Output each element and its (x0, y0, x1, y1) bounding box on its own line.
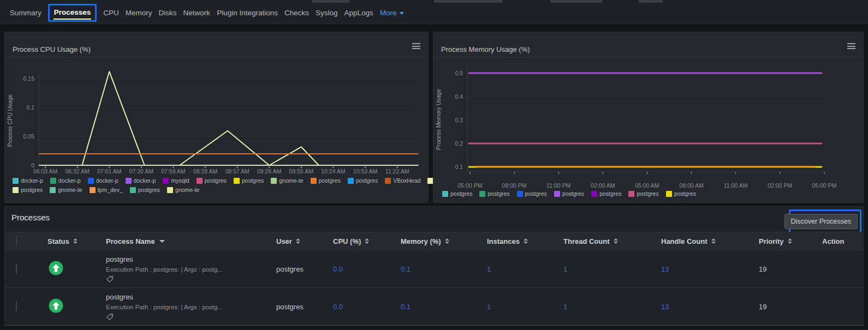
instances-value[interactable]: 1 (487, 303, 563, 311)
column-header-instances[interactable]: Instances (487, 237, 563, 245)
legend-item[interactable]: gnome-te (167, 187, 199, 193)
column-header-memory[interactable]: Memory (%) (401, 237, 487, 245)
legend-label: tpm_dev_ (98, 187, 123, 193)
legend-label: postgres (319, 177, 341, 184)
column-header-cpu[interactable]: CPU (%) (333, 237, 401, 245)
tag-icon[interactable] (106, 313, 114, 321)
handle-count-value[interactable]: 13 (661, 303, 759, 311)
row-checkbox[interactable] (16, 301, 17, 311)
legend-item[interactable]: gnome-te (271, 177, 303, 184)
tab-syslog[interactable]: Syslog (316, 9, 338, 17)
tab-processes[interactable]: Processes (48, 4, 97, 22)
thread-count-value[interactable]: 1 (563, 303, 661, 311)
legend-label: postgres (674, 190, 696, 197)
legend-item[interactable]: postgres (130, 187, 160, 193)
legend-item[interactable]: postgres (554, 190, 584, 197)
legend-item[interactable]: postgres (442, 190, 472, 197)
sort-icon (73, 238, 78, 244)
process-name[interactable]: postgres (106, 255, 265, 263)
top-edge-fragment (434, 0, 502, 3)
cpu-value[interactable]: 0.0 (333, 265, 401, 273)
legend-item[interactable]: postgres (311, 177, 341, 184)
chart-menu-icon[interactable] (412, 43, 420, 49)
legend-item[interactable]: postgres (197, 177, 227, 184)
tab-summary[interactable]: Summary (10, 9, 41, 17)
svg-text:0.1: 0.1 (26, 104, 34, 111)
svg-text:02:00 PM: 02:00 PM (768, 182, 792, 189)
column-header-priority[interactable]: Priority (759, 237, 822, 245)
legend-item[interactable]: postgres (234, 177, 264, 184)
svg-text:0.3: 0.3 (455, 117, 463, 123)
column-header-status[interactable]: Status (47, 237, 106, 245)
process-user: postgres (276, 303, 333, 311)
tab-applogs[interactable]: AppLogs (344, 9, 373, 17)
legend-item[interactable]: postgres (628, 190, 658, 197)
sort-icon (788, 238, 792, 244)
legend-item[interactable]: gnome-te (50, 187, 82, 193)
legend-swatch (311, 178, 317, 184)
legend-swatch (13, 178, 19, 184)
table-row: postgres Execution Path : postgres: | Ar… (5, 288, 863, 326)
tab-memory[interactable]: Memory (126, 9, 152, 17)
memory-value[interactable]: 0.1 (401, 303, 487, 311)
thread-count-value[interactable]: 1 (563, 265, 661, 273)
legend-item[interactable]: postgres (517, 190, 547, 197)
legend-item[interactable]: postgres (479, 190, 509, 197)
legend-item[interactable]: VBoxHead (385, 177, 420, 184)
legend-item[interactable]: postgres (666, 190, 696, 197)
legend-item[interactable]: postgres (348, 177, 378, 184)
cpu-usage-panel: Process CPU Usage (%) 00.050.10.1506:03 … (4, 32, 429, 203)
sort-icon (365, 238, 369, 244)
cpu-chart-title: Process CPU Usage (%) (13, 45, 91, 53)
chart-menu-icon[interactable] (847, 43, 855, 49)
table-row: postgres Execution Path : postgres: | Ar… (5, 250, 863, 288)
svg-text:11:00 PM: 11:00 PM (546, 182, 570, 189)
cpu-value[interactable]: 0.0 (333, 303, 401, 311)
legend-swatch (197, 178, 203, 184)
memory-value[interactable]: 0.1 (401, 265, 487, 273)
tab-more[interactable]: More (380, 9, 404, 17)
column-header-handle-count[interactable]: Handle Count (661, 237, 759, 245)
nav-tabs: Summary Processes CPU Memory Disks Netwo… (10, 0, 404, 25)
cpu-chart-legend: docker-pdocker-pdocker-pdocker-pmysqldpo… (13, 177, 425, 193)
select-all-checkbox[interactable] (16, 236, 17, 246)
legend-item[interactable]: docker-p (50, 177, 81, 184)
svg-text:06:32 AM: 06:32 AM (65, 168, 89, 175)
discover-processes-button[interactable]: Discover Processes (784, 214, 858, 229)
tab-checks[interactable]: Checks (284, 9, 309, 17)
tag-icon[interactable] (106, 275, 114, 283)
legend-item[interactable]: postgres (591, 190, 621, 197)
svg-text:07:59 AM: 07:59 AM (161, 168, 185, 175)
legend-item[interactable]: tpm_dev_ (90, 187, 123, 193)
process-detail: Execution Path : postgres: | Args : post… (106, 304, 265, 310)
tab-disks[interactable]: Disks (159, 9, 177, 17)
legend-swatch (130, 187, 136, 193)
chevron-down-icon (400, 12, 404, 15)
tab-plugin-integrations[interactable]: Plugin Integrations (217, 9, 278, 17)
row-checkbox[interactable] (16, 263, 17, 274)
legend-item[interactable]: docker-p (13, 177, 43, 184)
column-header-thread-count[interactable]: Thread Count (563, 237, 661, 245)
legend-item[interactable]: postgres (13, 187, 43, 193)
column-header-user[interactable]: User (276, 237, 333, 245)
legend-item[interactable]: mysqld (163, 177, 189, 184)
legend-swatch (13, 187, 19, 193)
svg-text:08:57 AM: 08:57 AM (225, 168, 249, 175)
handle-count-value[interactable]: 13 (661, 265, 759, 273)
legend-item[interactable]: docker-p (126, 177, 156, 184)
column-header-process-name[interactable]: Process Name (106, 237, 276, 245)
legend-label: docker-p (96, 177, 118, 184)
process-name[interactable]: postgres (106, 293, 265, 301)
legend-label: postgres (138, 187, 160, 193)
sort-icon (614, 238, 618, 244)
legend-item[interactable]: docker-p (88, 177, 118, 184)
legend-label: postgres (356, 177, 378, 184)
tab-cpu[interactable]: CPU (103, 9, 119, 17)
tab-network[interactable]: Network (183, 9, 211, 17)
instances-value[interactable]: 1 (487, 265, 563, 273)
status-up-icon (49, 261, 63, 275)
svg-text:11:00 AM: 11:00 AM (724, 182, 748, 189)
memory-usage-chart: 0.10.20.30.40.505:00 PM08:00 PM11:00 PM0… (433, 59, 863, 193)
svg-text:06:03 AM: 06:03 AM (33, 168, 57, 175)
svg-text:08:00 AM: 08:00 AM (679, 182, 703, 189)
